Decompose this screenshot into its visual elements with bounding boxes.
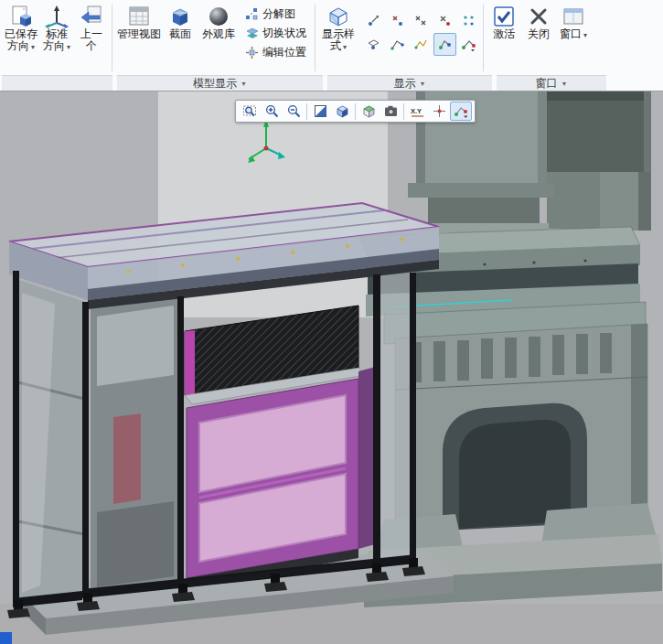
cube-view-button[interactable] bbox=[331, 102, 353, 121]
route-display-button[interactable] bbox=[433, 33, 456, 56]
graphics-viewport[interactable]: X.Y bbox=[0, 91, 663, 644]
shaded-view-button[interactable] bbox=[309, 102, 331, 121]
section-label: 截面 bbox=[169, 28, 191, 40]
model-display-small-buttons: 分解图 切换状况 编辑位置 bbox=[240, 2, 312, 60]
close-label: 关闭 bbox=[528, 28, 550, 40]
show-points-button[interactable] bbox=[410, 9, 433, 32]
move-component-button[interactable] bbox=[362, 33, 385, 56]
edit-position-label: 编辑位置 bbox=[262, 45, 306, 60]
rotate-component-button[interactable] bbox=[386, 33, 409, 56]
cad-application-window: 已保存 方向▾ 标准 方向▾ 上一 个 bbox=[0, 0, 663, 644]
ribbon-separator bbox=[483, 5, 484, 71]
orient-view-button[interactable] bbox=[358, 102, 380, 121]
remove-points-button[interactable] bbox=[433, 9, 456, 32]
edit-position-button[interactable]: 编辑位置 bbox=[241, 44, 310, 60]
ribbon: 已保存 方向▾ 标准 方向▾ 上一 个 bbox=[0, 0, 663, 91]
window-section: 激活 关闭 窗口▾ bbox=[486, 1, 592, 75]
exploded-view-label: 分解图 bbox=[262, 6, 295, 22]
ribbon-separator bbox=[315, 5, 315, 71]
dropdown-caret: ▾ bbox=[31, 43, 35, 51]
snapshot-button[interactable] bbox=[380, 102, 401, 121]
route-tool-button[interactable] bbox=[450, 102, 472, 121]
edit-position-icon bbox=[245, 46, 259, 59]
zoom-in-button[interactable] bbox=[261, 102, 283, 121]
dropdown-caret: ▾ bbox=[583, 31, 587, 39]
point-set-button[interactable] bbox=[457, 9, 480, 32]
dropdown-caret: ▾ bbox=[67, 43, 70, 51]
display-style-button[interactable]: 显示样 式▾ bbox=[318, 2, 358, 53]
viewport-3d-scene[interactable] bbox=[0, 91, 663, 644]
toggle-state-button[interactable]: 切换状况 bbox=[241, 25, 310, 41]
toggle-state-label: 切换状况 bbox=[262, 26, 306, 41]
toolbar-separator bbox=[403, 103, 404, 120]
window-group-bar[interactable]: 窗口 ▼ bbox=[497, 75, 606, 91]
previous-view-button[interactable]: 上一 个 bbox=[74, 2, 109, 52]
group-caret: ▼ bbox=[561, 80, 568, 87]
ribbon-separator bbox=[112, 5, 112, 71]
saved-orientation-icon bbox=[9, 4, 33, 28]
toolbar-separator bbox=[355, 103, 356, 120]
display-section: 显示样 式▾ bbox=[317, 1, 481, 75]
orientation-group-bar[interactable] bbox=[2, 75, 112, 91]
standard-orientation-label-2: 方向▾ bbox=[43, 40, 70, 53]
model-display-group-label: 模型显示 bbox=[193, 76, 237, 91]
standard-orientation-icon bbox=[45, 4, 69, 28]
close-button[interactable]: 关闭 bbox=[521, 2, 556, 40]
window-button[interactable]: 窗口▾ bbox=[556, 2, 591, 41]
standard-orientation-button[interactable]: 标准 方向▾ bbox=[39, 2, 74, 53]
group-caret: ▼ bbox=[420, 80, 426, 87]
exploded-view-button[interactable]: 分解图 bbox=[241, 5, 310, 22]
zoom-out-button[interactable] bbox=[283, 102, 305, 121]
display-group-bar[interactable]: 显示 ▼ bbox=[327, 75, 492, 91]
close-icon bbox=[527, 4, 551, 28]
hide-point-button[interactable] bbox=[386, 9, 409, 32]
taskbar-fragment[interactable] bbox=[0, 632, 12, 644]
dropdown-caret: ▾ bbox=[343, 43, 347, 51]
fit-view-button[interactable] bbox=[239, 102, 261, 121]
appearance-library-button[interactable]: 外观库 bbox=[198, 2, 240, 40]
ribbon-content: 已保存 方向▾ 标准 方向▾ 上一 个 bbox=[0, 0, 663, 75]
toggle-state-icon bbox=[245, 27, 259, 40]
display-style-icon bbox=[326, 4, 350, 28]
svg-text:X.Y: X.Y bbox=[411, 107, 422, 115]
snap-point-button[interactable] bbox=[362, 9, 385, 32]
window-icon bbox=[561, 4, 585, 28]
orientation-section: 已保存 方向▾ 标准 方向▾ 上一 个 bbox=[2, 1, 110, 75]
activate-icon bbox=[492, 4, 516, 28]
display-style-label-2: 式▾ bbox=[330, 40, 347, 53]
appearance-library-label: 外观库 bbox=[202, 28, 235, 40]
model-display-section: 管理视图 截面 外观库 bbox=[114, 1, 313, 75]
saved-orientation-label-2: 方向▾ bbox=[7, 40, 35, 53]
window-label: 窗口▾ bbox=[560, 28, 587, 41]
align-component-button[interactable] bbox=[410, 33, 433, 56]
ribbon-group-labels: 模型显示 ▼ 显示 ▼ 窗口 ▼ bbox=[0, 75, 611, 91]
window-group-label: 窗口 bbox=[536, 76, 558, 91]
section-button[interactable]: 截面 bbox=[163, 2, 198, 40]
previous-view-label-2: 个 bbox=[86, 40, 97, 52]
appearance-library-icon bbox=[207, 4, 230, 28]
toolbar-separator bbox=[306, 103, 307, 120]
link-points-button[interactable] bbox=[457, 33, 480, 56]
display-group-label: 显示 bbox=[394, 76, 416, 91]
previous-view-icon bbox=[80, 4, 103, 28]
measure-xy-button[interactable]: X.Y bbox=[406, 102, 428, 121]
point-select-button[interactable] bbox=[428, 102, 450, 121]
enclosure-frame-model bbox=[7, 203, 454, 635]
activate-button[interactable]: 激活 bbox=[487, 2, 521, 40]
display-tools-grid bbox=[362, 2, 480, 56]
manage-views-button[interactable]: 管理视图 bbox=[115, 2, 163, 40]
group-caret: ▼ bbox=[241, 80, 247, 87]
view-popup-toolbar: X.Y bbox=[235, 100, 476, 123]
activate-label: 激活 bbox=[493, 28, 515, 40]
model-display-group-bar[interactable]: 模型显示 ▼ bbox=[117, 75, 323, 91]
manage-views-icon bbox=[127, 4, 151, 28]
saved-orientation-button[interactable]: 已保存 方向▾ bbox=[3, 2, 39, 53]
manage-views-label: 管理视图 bbox=[117, 28, 161, 40]
section-icon bbox=[168, 4, 192, 28]
exploded-view-icon bbox=[245, 7, 259, 21]
